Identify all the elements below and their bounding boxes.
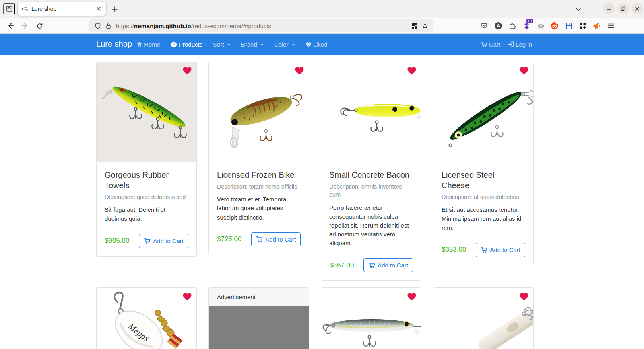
like-heart-button[interactable] bbox=[519, 292, 529, 301]
nav-right: Cart Log in bbox=[481, 34, 532, 55]
cart-icon bbox=[368, 262, 375, 269]
list-tabs-chevron-icon[interactable] bbox=[573, 4, 584, 14]
product-text: Et sit aut accusamus tenetur. Minima ips… bbox=[442, 205, 525, 232]
pocket-icon[interactable] bbox=[479, 20, 490, 31]
back-icon[interactable] bbox=[5, 20, 16, 31]
products-icon bbox=[171, 41, 177, 48]
cart-icon bbox=[481, 246, 487, 253]
tab-close-icon[interactable] bbox=[94, 4, 103, 13]
add-to-cart-button[interactable]: Add to Cart bbox=[476, 243, 525, 257]
product-image[interactable]: Mepps bbox=[97, 288, 196, 349]
lock-icon[interactable] bbox=[103, 21, 114, 31]
turtle-extension-icon[interactable] bbox=[535, 20, 546, 31]
browser-titlebar: Lure shop bbox=[0, 0, 644, 18]
product-description: Description: quod doloribus sed bbox=[105, 193, 188, 201]
product-title: Licensed Steel Cheese bbox=[442, 170, 525, 191]
product-price: $353.00 bbox=[442, 246, 466, 254]
product-text: Sit fuga aut. Deleniti et ducimus quia. bbox=[105, 205, 188, 223]
product-price: $905.00 bbox=[105, 237, 129, 245]
product-card-licensed-steel-cheese: Licensed Steel Cheese Description: ut qu… bbox=[433, 62, 534, 265]
reddit-extension-icon[interactable] bbox=[549, 20, 560, 31]
add-to-cart-label: Add to Cart bbox=[490, 246, 520, 253]
like-heart-button[interactable] bbox=[519, 66, 529, 75]
add-to-cart-button[interactable]: Add to Cart bbox=[139, 234, 188, 248]
cart-icon bbox=[256, 236, 263, 242]
add-to-cart-button[interactable]: Add to Cart bbox=[363, 258, 413, 272]
product-image[interactable] bbox=[209, 62, 309, 162]
product-description: Description: totam nemo officiis bbox=[217, 183, 301, 191]
like-heart-button[interactable] bbox=[295, 66, 304, 75]
nav-item-liked[interactable]: Liked bbox=[305, 41, 328, 48]
megaphone-extension-icon[interactable] bbox=[591, 20, 603, 31]
brand-link[interactable]: Lure shop bbox=[96, 39, 132, 49]
tab-favicon-lure-icon bbox=[22, 6, 28, 12]
window-close-button[interactable] bbox=[632, 3, 643, 14]
window-maximize-button[interactable] bbox=[617, 3, 629, 14]
heart-icon bbox=[519, 292, 529, 301]
menu-hamburger-icon[interactable] bbox=[605, 20, 617, 31]
product-price: $725.00 bbox=[217, 235, 242, 243]
product-image[interactable] bbox=[433, 62, 533, 162]
shield-icon[interactable] bbox=[93, 21, 103, 31]
purple-extension-icon[interactable]: 13 bbox=[521, 20, 532, 31]
chevron-down-icon bbox=[260, 44, 264, 45]
nav-item-sort[interactable]: Sort bbox=[213, 41, 231, 48]
drawer-icon bbox=[6, 5, 13, 12]
cart-icon bbox=[144, 238, 151, 244]
product-title: Licensed Frozen Bike bbox=[217, 170, 301, 180]
nav-item-home[interactable]: Home bbox=[136, 41, 160, 48]
url-protocol: https:// bbox=[116, 23, 134, 29]
browser-tab[interactable]: Lure shop bbox=[18, 2, 106, 16]
add-to-cart-label: Add to Cart bbox=[378, 262, 408, 269]
product-image[interactable] bbox=[321, 288, 421, 349]
card-body: Gorgeous Rubber Towels Description: quod… bbox=[97, 162, 196, 256]
nav-item-cart[interactable]: Cart bbox=[481, 41, 500, 48]
url-bar[interactable]: https://nemanjam.github.io/redux-ecommer… bbox=[89, 19, 433, 32]
like-heart-button[interactable] bbox=[182, 292, 192, 301]
add-to-cart-label: Add to Cart bbox=[265, 236, 296, 243]
add-to-cart-button[interactable]: Add to Cart bbox=[251, 232, 301, 246]
lure-photo-mepps-spinner: Mepps bbox=[97, 288, 196, 349]
floppy-save-icon[interactable] bbox=[563, 20, 574, 31]
product-card-small-concrete-bacon: Small Concrete Bacon Description: omnis … bbox=[321, 62, 421, 281]
nav-links: Home Products Sort Brand Color Liked bbox=[136, 34, 327, 55]
chevron-down-icon bbox=[227, 44, 231, 45]
sign-in-icon bbox=[508, 41, 514, 47]
card-footer: $353.00 Add to Cart bbox=[442, 243, 525, 257]
add-to-cart-label: Add to Cart bbox=[153, 238, 184, 244]
nav-item-login[interactable]: Log in bbox=[508, 41, 532, 48]
product-image[interactable] bbox=[321, 62, 421, 162]
heart-icon bbox=[407, 292, 417, 301]
nav-label-liked: Liked bbox=[313, 41, 328, 48]
window-minimize-button[interactable] bbox=[603, 3, 615, 14]
bookmark-star-icon[interactable] bbox=[420, 21, 430, 31]
nav-item-products[interactable]: Products bbox=[171, 41, 202, 48]
nav-item-color[interactable]: Color bbox=[274, 41, 295, 48]
lure-photo-silver-minnow bbox=[321, 288, 421, 349]
product-image[interactable] bbox=[433, 288, 533, 349]
product-image[interactable] bbox=[97, 62, 196, 162]
like-heart-button[interactable] bbox=[407, 292, 417, 301]
new-tab-icon[interactable] bbox=[109, 4, 120, 14]
product-card-pearl-lure bbox=[433, 287, 534, 349]
card-body: Small Concrete Bacon Description: omnis … bbox=[321, 162, 421, 280]
product-title: Small Concrete Bacon bbox=[329, 170, 413, 180]
product-text: Vero totam et et. Tempora laborum quae v… bbox=[217, 195, 301, 222]
nav-item-brand[interactable]: Brand bbox=[241, 41, 264, 48]
product-text: Porro facere tenetur consequuntur nobis … bbox=[329, 203, 413, 248]
reload-icon[interactable] bbox=[34, 20, 45, 31]
extensions-puzzle-icon[interactable] bbox=[507, 20, 518, 31]
extension-badge: 13 bbox=[526, 19, 533, 23]
forward-icon[interactable] bbox=[19, 20, 31, 31]
like-heart-button[interactable] bbox=[407, 66, 417, 75]
product-title: Gorgeous Rubber Towels bbox=[105, 170, 188, 191]
grid-plus-extension-icon[interactable] bbox=[577, 20, 588, 31]
site-navbar: Lure shop Home Products Sort Brand Color… bbox=[0, 34, 644, 55]
account-a-icon[interactable] bbox=[493, 20, 504, 31]
firefox-view-icon[interactable] bbox=[3, 3, 15, 14]
like-heart-button[interactable] bbox=[182, 66, 192, 75]
product-card-gorgeous-rubber-towels: Gorgeous Rubber Towels Description: quod… bbox=[96, 62, 197, 257]
url-text: https://nemanjam.github.io/redux-ecommer… bbox=[116, 23, 409, 29]
cart-icon bbox=[481, 41, 487, 48]
containers-grid-icon[interactable] bbox=[409, 21, 420, 31]
